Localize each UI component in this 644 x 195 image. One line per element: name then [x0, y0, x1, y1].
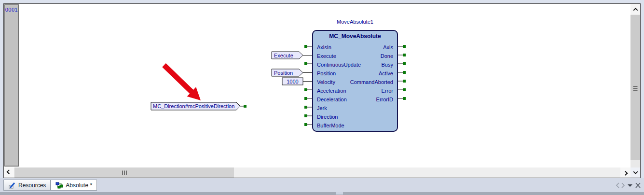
pin-acceleration[interactable]: Acceleration: [317, 87, 346, 94]
pin-done[interactable]: Done: [381, 53, 393, 59]
pin-position[interactable]: Position: [317, 70, 336, 77]
pin-commandaborted[interactable]: CommandAborted: [350, 79, 393, 85]
fb-title: MC_MoveAbsolute: [313, 33, 397, 40]
operand-value-execute: Execute: [274, 53, 293, 58]
pin-deceleration[interactable]: Deceleration: [317, 96, 347, 103]
document-tab-bar: Resources Absolute *: [0, 178, 644, 192]
splitter-bar[interactable]: [0, 192, 644, 195]
tab-label: Resources: [18, 182, 46, 189]
chevron-up-icon: [633, 7, 638, 12]
fb-instance-name: MoveAbsolute1: [312, 19, 398, 25]
chevron-right-icon: [623, 171, 628, 176]
nav-forward-icon[interactable]: [622, 183, 624, 188]
tab-label: Absolute *: [66, 182, 92, 189]
input-pin-stubs: [307, 46, 312, 125]
pin-jerk[interactable]: Jerk: [317, 105, 327, 111]
pin-error[interactable]: Error: [382, 87, 393, 94]
output-pin-stubs: [398, 46, 403, 98]
scroll-right-button[interactable]: [620, 167, 630, 178]
horizontal-scrollbar[interactable]: [4, 167, 630, 178]
tab-absolute[interactable]: Absolute *: [51, 180, 97, 191]
pou-icon: [55, 182, 63, 189]
operand-value-direction: MC_Direction#mcPositiveDirection: [153, 103, 234, 109]
scroll-grip-icon: [122, 170, 127, 175]
nav-back-icon[interactable]: [617, 183, 619, 188]
output-pin-terminals: [403, 45, 406, 100]
tab-list-dropdown-icon[interactable]: [628, 184, 632, 187]
tab-resources[interactable]: Resources: [3, 180, 51, 191]
pin-terminal: [244, 105, 247, 108]
pin-direction[interactable]: Direction: [317, 113, 338, 120]
tabs: Resources Absolute *: [3, 180, 97, 191]
pin-buffermode[interactable]: BufferMode: [317, 122, 344, 129]
close-tab-icon[interactable]: [636, 183, 640, 188]
horizontal-scroll-thumb[interactable]: [14, 167, 234, 178]
pin-active[interactable]: Active: [379, 70, 393, 77]
chevron-left-icon: [7, 169, 12, 174]
resources-icon: [8, 182, 16, 189]
operand-value-velocity: 1000: [287, 79, 298, 84]
annotation-arrow: [162, 63, 201, 100]
pin-continuousupdate[interactable]: ContinuousUpdate: [317, 61, 361, 68]
chevron-down-icon: [633, 169, 638, 174]
pin-axisin[interactable]: AxisIn: [317, 44, 331, 51]
scroll-grip-icon: [633, 86, 638, 92]
fbd-canvas[interactable]: 0001 Execute Position 1000 MC_Direction#…: [4, 4, 630, 167]
tab-navigation-controls: [615, 181, 642, 189]
vertical-scrollbar[interactable]: [630, 4, 640, 178]
scroll-down-button[interactable]: [630, 167, 640, 178]
pin-execute[interactable]: Execute: [317, 53, 336, 59]
pin-axis[interactable]: Axis: [383, 44, 393, 51]
pin-busy[interactable]: Busy: [382, 61, 393, 68]
scroll-left-button[interactable]: [4, 167, 14, 178]
pin-errorid[interactable]: ErrorID: [376, 96, 393, 103]
operand-value-position: Position: [274, 70, 293, 76]
vertical-scroll-thumb[interactable]: [630, 15, 640, 160]
splitter-handle[interactable]: [336, 192, 343, 195]
fb-mc-moveabsolute[interactable]: MC_MoveAbsolute AxisIn Execute Continuou…: [312, 30, 398, 132]
fbd-editor-panel: 0001 Execute Position 1000 MC_Direction#…: [3, 3, 641, 178]
scroll-up-button[interactable]: [630, 4, 640, 14]
input-pin-terminals: [304, 45, 307, 126]
pin-velocity[interactable]: Velocity: [317, 79, 335, 85]
